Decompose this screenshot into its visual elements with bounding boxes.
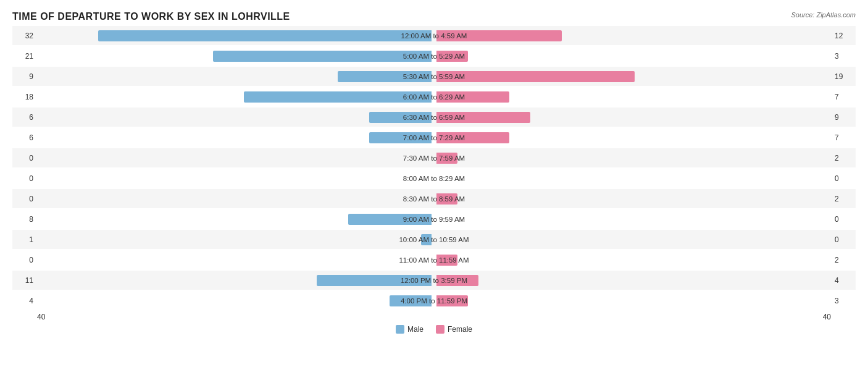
chart-container: TIME OF DEPARTURE TO WORK BY SEX IN LOHR… <box>0 0 868 367</box>
time-label: 10:00 AM to 10:59 AM <box>399 236 469 243</box>
bars-section: 6:30 AM to 6:59 AM <box>37 108 831 127</box>
female-value: 2 <box>831 154 856 162</box>
chart-title: TIME OF DEPARTURE TO WORK BY SEX IN LOHR… <box>12 11 856 22</box>
male-value: 32 <box>12 32 37 40</box>
male-value: 0 <box>12 256 37 264</box>
bars-section: 12:00 AM to 4:59 AM <box>37 26 831 45</box>
female-bar <box>436 71 635 82</box>
male-value: 11 <box>12 276 37 285</box>
female-value: 4 <box>831 276 856 285</box>
male-bar <box>98 30 432 41</box>
bars-section: 9:00 AM to 9:59 AM <box>37 209 831 229</box>
axis-right: 40 <box>823 313 831 321</box>
male-value: 8 <box>12 215 37 224</box>
chart-area: 3212:00 AM to 4:59 AM12215:00 AM to 5:29… <box>12 26 856 310</box>
legend-female: Female <box>436 325 472 334</box>
bars-section: 11:00 AM to 11:59 AM <box>37 250 831 269</box>
bars-section: 7:30 AM to 7:59 AM <box>37 148 831 167</box>
time-label: 6:00 AM to 6:29 AM <box>403 93 465 101</box>
table-row: 186:00 AM to 6:29 AM7 <box>12 87 856 106</box>
table-row: 66:30 AM to 6:59 AM9 <box>12 108 856 127</box>
female-value: 0 <box>831 235 856 244</box>
table-row: 1112:00 PM to 3:59 PM4 <box>12 271 856 290</box>
bars-section: 10:00 AM to 10:59 AM <box>37 230 831 249</box>
male-value: 0 <box>12 174 37 183</box>
female-value: 12 <box>831 32 856 40</box>
bars-section: 5:30 AM to 5:59 AM <box>37 67 831 86</box>
legend: Male Female <box>12 325 856 334</box>
legend-female-label: Female <box>448 325 472 334</box>
bars-section: 8:00 AM to 8:29 AM <box>37 169 831 188</box>
bars-section: 7:00 AM to 7:29 AM <box>37 128 831 147</box>
table-row: 08:00 AM to 8:29 AM0 <box>12 169 856 188</box>
female-value: 2 <box>831 195 856 203</box>
time-label: 5:00 AM to 5:29 AM <box>403 53 465 60</box>
time-label: 4:00 PM to 11:59 PM <box>401 297 467 305</box>
female-value: 0 <box>831 174 856 183</box>
bars-section: 5:00 AM to 5:29 AM <box>37 46 831 65</box>
female-value: 7 <box>831 93 856 101</box>
male-value: 9 <box>12 72 37 81</box>
table-row: 011:00 AM to 11:59 AM2 <box>12 250 856 269</box>
table-row: 08:30 AM to 8:59 AM2 <box>12 189 856 208</box>
bars-section: 6:00 AM to 6:29 AM <box>37 87 831 106</box>
bars-section: 8:30 AM to 8:59 AM <box>37 189 831 208</box>
male-value: 6 <box>12 133 37 142</box>
bars-section: 12:00 PM to 3:59 PM <box>37 271 831 290</box>
axis-left: 40 <box>37 313 45 321</box>
female-value: 7 <box>831 133 856 142</box>
male-value: 0 <box>12 154 37 162</box>
male-bar <box>213 51 432 62</box>
legend-male-label: Male <box>407 325 424 334</box>
legend-male: Male <box>396 325 424 334</box>
female-value: 3 <box>831 52 856 61</box>
female-value: 2 <box>831 256 856 264</box>
time-label: 9:00 AM to 9:59 AM <box>403 216 465 223</box>
bars-section: 4:00 PM to 11:59 PM <box>37 291 831 310</box>
axis-labels: 40 40 <box>12 313 856 321</box>
male-value: 6 <box>12 113 37 122</box>
table-row: 3212:00 AM to 4:59 AM12 <box>12 26 856 45</box>
time-label: 12:00 AM to 4:59 AM <box>401 32 467 40</box>
male-value: 21 <box>12 52 37 61</box>
time-label: 11:00 AM to 11:59 AM <box>399 256 469 264</box>
female-value: 19 <box>831 72 856 81</box>
time-label: 8:30 AM to 8:59 AM <box>403 195 465 203</box>
legend-female-box <box>436 325 444 334</box>
table-row: 95:30 AM to 5:59 AM19 <box>12 67 856 86</box>
time-label: 7:30 AM to 7:59 AM <box>403 154 465 162</box>
time-label: 8:00 AM to 8:29 AM <box>403 175 465 182</box>
table-row: 67:00 AM to 7:29 AM7 <box>12 128 856 147</box>
table-row: 215:00 AM to 5:29 AM3 <box>12 46 856 65</box>
female-value: 9 <box>831 113 856 122</box>
table-row: 07:30 AM to 7:59 AM2 <box>12 148 856 167</box>
legend-male-box <box>396 325 404 334</box>
male-value: 0 <box>12 195 37 203</box>
time-label: 5:30 AM to 5:59 AM <box>403 73 465 80</box>
time-label: 12:00 PM to 3:59 PM <box>401 277 467 284</box>
time-label: 7:00 AM to 7:29 AM <box>403 134 465 141</box>
male-value: 4 <box>12 297 37 305</box>
table-row: 110:00 AM to 10:59 AM0 <box>12 230 856 249</box>
male-value: 1 <box>12 235 37 244</box>
table-row: 44:00 PM to 11:59 PM3 <box>12 291 856 310</box>
female-value: 3 <box>831 297 856 305</box>
female-value: 0 <box>831 215 856 224</box>
male-value: 18 <box>12 93 37 101</box>
table-row: 89:00 AM to 9:59 AM0 <box>12 209 856 229</box>
time-label: 6:30 AM to 6:59 AM <box>403 114 465 121</box>
source-label: Source: ZipAtlas.com <box>791 11 856 19</box>
